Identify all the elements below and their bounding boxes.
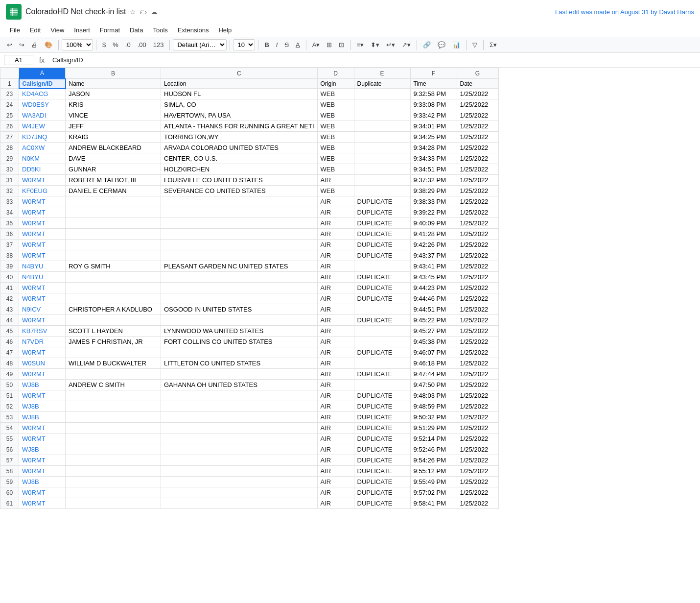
cell-d48[interactable]: AIR — [317, 358, 354, 369]
cell-f52[interactable]: 9:48:59 PM — [410, 401, 457, 412]
cell-c41[interactable] — [161, 283, 318, 293]
cell-d28[interactable]: WEB — [317, 143, 354, 153]
cell-g45[interactable]: 1/25/2022 — [457, 326, 498, 337]
cell-a32[interactable]: KF0EUG — [19, 186, 66, 196]
print-button[interactable]: 🖨 — [28, 39, 41, 50]
cell-b25[interactable]: VINCE — [66, 110, 161, 121]
cell-d37[interactable]: AIR — [317, 240, 354, 250]
cell-e48[interactable] — [354, 358, 410, 369]
cell-e42[interactable]: DUPLICATE — [354, 293, 410, 304]
cell-g28[interactable]: 1/25/2022 — [457, 143, 498, 153]
valign-button[interactable]: ⬍▾ — [368, 39, 382, 50]
cell-g29[interactable]: 1/25/2022 — [457, 153, 498, 164]
cell-d39[interactable]: AIR — [317, 261, 354, 272]
cell-c29[interactable]: CENTER, CO U.S. — [161, 153, 318, 164]
cell-a46[interactable]: N7VDR — [19, 337, 66, 347]
cell-f28[interactable]: 9:34:28 PM — [410, 143, 457, 153]
cell-c45[interactable]: LYNNWOOD WA UNITED STATES — [161, 326, 318, 337]
cell-a59[interactable]: WJ8B — [19, 477, 66, 487]
cell-e50[interactable] — [354, 380, 410, 390]
folder-icon[interactable]: 🗁 — [140, 8, 147, 16]
cell-b29[interactable]: DAVE — [66, 153, 161, 164]
cell-c44[interactable] — [161, 315, 318, 326]
cell-b30[interactable]: GUNNAR — [66, 164, 161, 175]
cell-a60[interactable]: W0RMT — [19, 487, 66, 498]
cell-e35[interactable]: DUPLICATE — [354, 218, 410, 229]
paint-format-button[interactable]: 🎨 — [42, 39, 55, 50]
cell-b31[interactable]: ROBERT M TALBOT, III — [66, 175, 161, 186]
halign-button[interactable]: ≡▾ — [353, 39, 367, 50]
cell-g56[interactable]: 1/25/2022 — [457, 444, 498, 455]
cell-a29[interactable]: N0KM — [19, 153, 66, 164]
cell-d41[interactable]: AIR — [317, 283, 354, 293]
cell-d50[interactable]: AIR — [317, 380, 354, 390]
cell-d27[interactable]: WEB — [317, 132, 354, 143]
cell-g1[interactable]: Date — [457, 79, 498, 89]
cell-e25[interactable] — [354, 110, 410, 121]
cell-g55[interactable]: 1/25/2022 — [457, 434, 498, 444]
cell-e53[interactable]: DUPLICATE — [354, 412, 410, 423]
cell-a58[interactable]: W0RMT — [19, 466, 66, 477]
cell-f24[interactable]: 9:33:08 PM — [410, 99, 457, 110]
cell-g58[interactable]: 1/25/2022 — [457, 466, 498, 477]
cell-c49[interactable] — [161, 369, 318, 380]
cell-d61[interactable]: AIR — [317, 498, 354, 509]
cell-f31[interactable]: 9:37:32 PM — [410, 175, 457, 186]
cell-d52[interactable]: AIR — [317, 401, 354, 412]
currency-button[interactable]: $ — [99, 39, 109, 50]
cell-g26[interactable]: 1/25/2022 — [457, 121, 498, 132]
cell-f41[interactable]: 9:44:23 PM — [410, 283, 457, 293]
cell-a53[interactable]: WJ8B — [19, 412, 66, 423]
underline-button[interactable]: A — [293, 39, 303, 50]
cell-e30[interactable] — [354, 164, 410, 175]
cell-f36[interactable]: 9:41:28 PM — [410, 229, 457, 240]
cell-g30[interactable]: 1/25/2022 — [457, 164, 498, 175]
cell-e57[interactable]: DUPLICATE — [354, 455, 410, 466]
cell-c58[interactable] — [161, 466, 318, 477]
cell-e58[interactable]: DUPLICATE — [354, 466, 410, 477]
cell-d45[interactable]: AIR — [317, 326, 354, 337]
cell-f38[interactable]: 9:43:37 PM — [410, 250, 457, 261]
cell-a27[interactable]: KD7JNQ — [19, 132, 66, 143]
cell-g48[interactable]: 1/25/2022 — [457, 358, 498, 369]
cell-c1[interactable]: Location — [161, 79, 318, 89]
last-edit-info[interactable]: Last edit was made on August 31 by David… — [555, 8, 694, 16]
cell-a44[interactable]: W0RMT — [19, 315, 66, 326]
fill-color-button[interactable]: A▾ — [309, 39, 323, 50]
cell-f55[interactable]: 9:52:14 PM — [410, 434, 457, 444]
cell-b35[interactable] — [66, 218, 161, 229]
cell-e36[interactable]: DUPLICATE — [354, 229, 410, 240]
cell-f23[interactable]: 9:32:58 PM — [410, 89, 457, 99]
cell-e28[interactable] — [354, 143, 410, 153]
cell-f45[interactable]: 9:45:27 PM — [410, 326, 457, 337]
cell-c36[interactable] — [161, 229, 318, 240]
cell-f47[interactable]: 9:46:07 PM — [410, 347, 457, 358]
cell-f27[interactable]: 9:34:25 PM — [410, 132, 457, 143]
cell-g24[interactable]: 1/25/2022 — [457, 99, 498, 110]
cell-b34[interactable] — [66, 207, 161, 218]
cell-d49[interactable]: AIR — [317, 369, 354, 380]
cell-d34[interactable]: AIR — [317, 207, 354, 218]
link-button[interactable]: 🔗 — [420, 39, 434, 50]
cell-b41[interactable] — [66, 283, 161, 293]
cell-g32[interactable]: 1/25/2022 — [457, 186, 498, 196]
cell-b50[interactable]: ANDREW C SMITH — [66, 380, 161, 390]
cell-c57[interactable] — [161, 455, 318, 466]
cell-f46[interactable]: 9:45:38 PM — [410, 337, 457, 347]
cell-g42[interactable]: 1/25/2022 — [457, 293, 498, 304]
cell-b45[interactable]: SCOTT L HAYDEN — [66, 326, 161, 337]
cell-b58[interactable] — [66, 466, 161, 477]
cell-f61[interactable]: 9:58:41 PM — [410, 498, 457, 509]
cell-c40[interactable] — [161, 272, 318, 283]
cell-f58[interactable]: 9:55:12 PM — [410, 466, 457, 477]
cell-f53[interactable]: 9:50:32 PM — [410, 412, 457, 423]
bold-button[interactable]: B — [261, 39, 272, 50]
decimal-decrease-button[interactable]: .0 — [122, 39, 134, 50]
cell-b38[interactable] — [66, 250, 161, 261]
cell-c46[interactable]: FORT COLLINS CO UNITED STATES — [161, 337, 318, 347]
cell-b40[interactable] — [66, 272, 161, 283]
cell-c50[interactable]: GAHANNA OH UNITED STATES — [161, 380, 318, 390]
cell-d35[interactable]: AIR — [317, 218, 354, 229]
cell-d54[interactable]: AIR — [317, 423, 354, 434]
cell-g57[interactable]: 1/25/2022 — [457, 455, 498, 466]
